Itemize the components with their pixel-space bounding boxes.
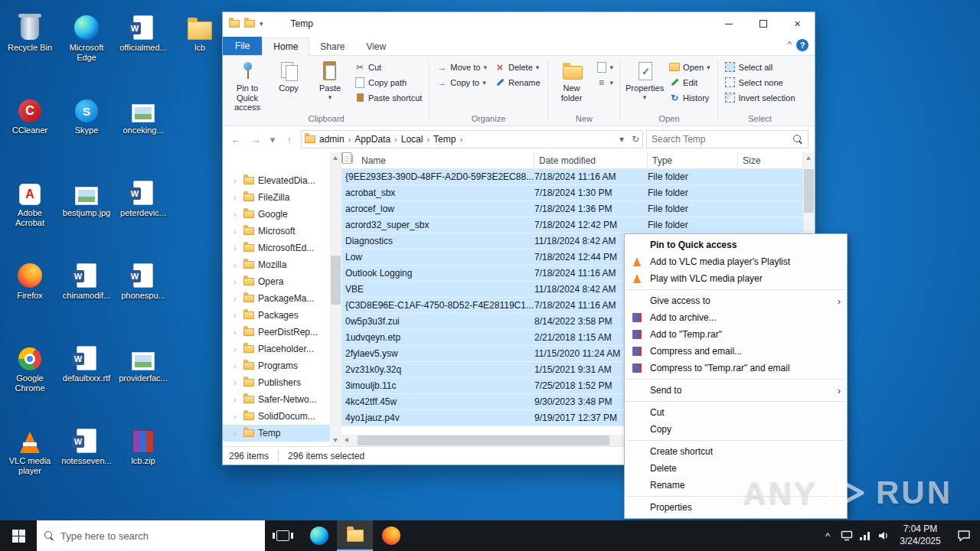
hidden-icons-button[interactable]: ^	[818, 530, 838, 542]
up-button[interactable]: ↑	[281, 131, 298, 148]
column-header-date-modified[interactable]: Date modified	[534, 152, 648, 168]
expand-chevron-icon[interactable]: ›	[234, 429, 240, 438]
open-button[interactable]: Open▾	[667, 60, 712, 73]
tree-item[interactable]: › Placeholder...	[223, 341, 330, 357]
display-icon[interactable]	[838, 530, 856, 541]
desktop-icon[interactable]: Recycle Bin	[2, 3, 58, 86]
desktop-icon[interactable]: chinamodif...	[58, 251, 115, 334]
desktop-icon[interactable]: providerfac...	[115, 334, 172, 416]
desktop-icon[interactable]: defaultxxx.rtf	[58, 334, 115, 416]
breadcrumb-separator-icon[interactable]: ›	[425, 135, 431, 144]
context-menu-item[interactable]: Create shortcut ›	[625, 443, 847, 460]
context-menu-item[interactable]: Send to ›	[625, 382, 847, 399]
taskbar-clock[interactable]: 7:04 PM 3/24/2025	[893, 523, 948, 547]
tree-item[interactable]: › ElevatedDia...	[223, 172, 330, 189]
expand-chevron-icon[interactable]: ›	[234, 378, 240, 387]
desktop-icon[interactable]: Firefox	[2, 251, 58, 334]
context-menu-item[interactable]: Add to archive... ›	[625, 309, 847, 326]
desktop-icon[interactable]: Skype	[58, 86, 115, 168]
expand-chevron-icon[interactable]: ›	[234, 328, 240, 337]
tree-item[interactable]: › Mozilla	[223, 256, 330, 273]
column-header-size[interactable]: Size	[738, 152, 803, 168]
scroll-up-icon[interactable]	[330, 152, 341, 164]
context-menu-item[interactable]: Compress and email... ›	[625, 343, 847, 360]
context-menu-item[interactable]: Give access to ›	[625, 292, 847, 309]
properties-button[interactable]: Properties ▾	[624, 59, 665, 102]
volume-icon[interactable]	[874, 530, 893, 541]
minimize-button[interactable]	[711, 12, 746, 35]
breadcrumb-segment[interactable]: AppData	[352, 134, 393, 145]
scroll-down-icon[interactable]	[330, 435, 341, 446]
tree-item[interactable]: › FileZilla	[223, 189, 330, 206]
desktop-icon[interactable]: CCleaner	[2, 86, 58, 168]
pin-to-quick-access-button[interactable]: Pin to Quick access	[227, 59, 268, 113]
breadcrumb-separator-icon[interactable]: ›	[347, 135, 353, 144]
scrollbar-thumb[interactable]	[331, 256, 341, 305]
file-row[interactable]: {9EE293E3-390D-48FF-A2D0-59F3E2EC88... 7…	[341, 169, 803, 185]
context-menu-item[interactable]: ›	[625, 438, 847, 443]
context-menu-item[interactable]: ›	[625, 287, 847, 292]
cut-button[interactable]: Cut	[352, 60, 424, 73]
expand-chevron-icon[interactable]: ›	[234, 412, 240, 421]
recent-locations-icon[interactable]: ▾	[267, 131, 278, 148]
tree-item[interactable]: › Programs	[223, 357, 330, 374]
expand-chevron-icon[interactable]: ›	[234, 294, 240, 303]
scroll-left-icon[interactable]	[341, 435, 353, 446]
file-row[interactable]: acrobat_sbx 7/18/2024 1:30 PM File folde…	[341, 185, 803, 201]
scroll-up-icon[interactable]	[803, 152, 815, 164]
refresh-icon[interactable]: ↻	[632, 134, 639, 145]
delete-button[interactable]: Delete▾	[492, 60, 543, 73]
column-header-name[interactable]: Name	[341, 152, 534, 168]
expand-chevron-icon[interactable]: ›	[234, 210, 240, 219]
desktop-icon[interactable]: notesseven...	[58, 416, 115, 499]
context-menu-item[interactable]: Add to VLC media player's Playlist ›	[625, 253, 847, 270]
tree-item[interactable]: › Publishers	[223, 374, 330, 391]
copy-button[interactable]: Copy	[268, 59, 309, 94]
address-dropdown-icon[interactable]: ▾	[619, 134, 624, 145]
tree-item[interactable]: › Packages	[223, 307, 330, 324]
rename-button[interactable]: Rename	[492, 76, 543, 89]
customize-toolbar-icon[interactable]: ▾	[260, 20, 263, 28]
copy-path-button[interactable]: Copy path	[352, 76, 424, 89]
tree-item[interactable]: › Opera	[223, 273, 330, 290]
expand-chevron-icon[interactable]: ›	[234, 176, 240, 185]
folder-icon[interactable]	[244, 20, 255, 28]
help-button[interactable]: ?	[796, 39, 808, 51]
select-all-button[interactable]: Select all	[723, 60, 798, 73]
tree-item[interactable]: › Temp	[223, 425, 330, 442]
desktop-icon[interactable]: officialmed...	[115, 3, 172, 86]
expand-chevron-icon[interactable]: ›	[234, 361, 240, 370]
taskbar-edge-button[interactable]	[301, 520, 337, 551]
network-icon[interactable]	[856, 531, 874, 541]
column-header-type[interactable]: Type	[648, 152, 738, 168]
scrollbar-thumb[interactable]	[358, 435, 609, 445]
close-button[interactable]: ×	[780, 12, 815, 35]
context-menu-item[interactable]: ›	[625, 399, 847, 404]
tree-item[interactable]: › Safer-Netwo...	[223, 391, 330, 408]
tree-scrollbar[interactable]	[330, 152, 341, 446]
context-menu-item[interactable]: ›	[625, 377, 847, 382]
copy-to-button[interactable]: Copy to▾	[434, 76, 489, 89]
context-menu-item[interactable]: Copy ›	[625, 421, 847, 438]
taskbar-firefox-button[interactable]	[373, 520, 409, 551]
expand-chevron-icon[interactable]: ›	[234, 260, 240, 269]
desktop-icon[interactable]: bestjump.jpg	[58, 168, 115, 251]
breadcrumb-separator-icon[interactable]: ›	[458, 135, 464, 144]
paste-shortcut-button[interactable]: Paste shortcut	[352, 91, 424, 104]
easy-access-button[interactable]: ▾	[594, 76, 616, 89]
desktop-icon[interactable]: phonespu...	[115, 251, 172, 334]
paste-button[interactable]: Paste ▾	[309, 59, 351, 102]
tree-item[interactable]: › PeerDistRep...	[223, 324, 330, 341]
address-box[interactable]: admin › AppData › Local › Temp › ▾ ↻	[301, 130, 643, 148]
history-button[interactable]: History	[667, 91, 712, 104]
expand-chevron-icon[interactable]: ›	[234, 227, 240, 236]
search-input[interactable]	[652, 134, 789, 145]
edit-button[interactable]: Edit	[667, 76, 712, 89]
breadcrumb-segment[interactable]: Temp	[431, 134, 458, 145]
desktop-icon[interactable]: Adobe Acrobat	[2, 168, 58, 251]
expand-chevron-icon[interactable]: ›	[234, 311, 240, 320]
scrollbar-thumb[interactable]	[804, 169, 814, 213]
desktop-icon[interactable]: Microsoft Edge	[58, 3, 115, 86]
new-folder-button[interactable]: New folder	[551, 59, 593, 103]
context-menu-item[interactable]: Cut ›	[625, 404, 847, 421]
